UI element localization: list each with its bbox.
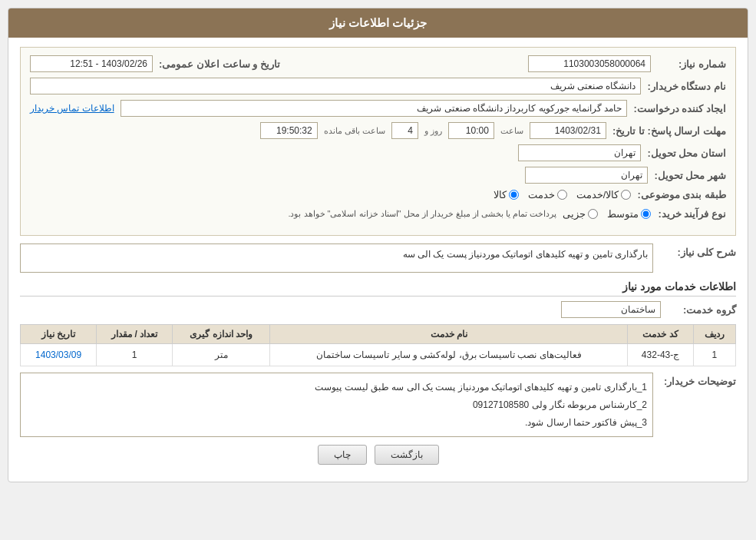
buyer-note-line: 3_پیش فاکتور حتما ارسال شود. (26, 414, 647, 432)
card-header: جزئیات اطلاعات نیاز (8, 8, 748, 38)
cell-row-num: 1 (693, 344, 735, 366)
creator-input[interactable] (120, 100, 628, 117)
province-label: استان محل تحویل: (647, 147, 726, 159)
row-reply-deadline: مهلت ارسال پاسخ: تا تاریخ: ساعت روز و سا… (30, 122, 726, 139)
city-input[interactable] (525, 167, 648, 184)
buyer-org-input[interactable] (30, 78, 641, 94)
buyer-notes-area: 1_بارگذاری تامین و تهیه کلیدهای اتوماتیک… (20, 373, 653, 437)
reply-deadline-label: مهلت ارسال پاسخ: تا تاریخ: (612, 125, 726, 137)
service-group-label: گروه خدمت: (667, 304, 736, 316)
radio-motavaset-input[interactable] (641, 209, 651, 219)
th-row-num: ردیف (693, 325, 735, 344)
row-purchase-type: نوع فرآیند خرید: متوسط جزیی پرداخت تمام … (30, 206, 726, 222)
reply-date-input[interactable] (530, 122, 606, 139)
print-button[interactable]: چاپ (318, 445, 367, 465)
btn-row: بازگشت چاپ (20, 445, 736, 472)
radio-jozi[interactable]: جزیی (563, 208, 598, 220)
cell-qty: 1 (97, 344, 173, 366)
th-unit: واحد اندازه گیری (173, 325, 270, 344)
top-info-section: شماره نیاز: تاریخ و ساعت اعلان عمومی: نا… (20, 47, 736, 236)
cell-date: 1403/03/09 (21, 344, 97, 366)
radio-motavaset[interactable]: متوسط (607, 208, 651, 220)
th-service-name: نام خدمت (270, 325, 628, 344)
services-table-container: ردیف کد خدمت نام خدمت واحد اندازه گیری ت… (20, 324, 736, 366)
category-radio-group: کالا/خدمت خدمت کالا (494, 189, 632, 200)
service-group-input[interactable] (561, 301, 661, 318)
radio-jozi-label: جزیی (563, 208, 586, 220)
th-qty: تعداد / مقدار (97, 325, 173, 344)
need-desc-label: شرح کلی نیاز: (659, 243, 736, 258)
radio-kala-input[interactable] (509, 190, 519, 200)
announce-input[interactable] (30, 55, 153, 72)
reply-days-input[interactable] (391, 122, 418, 139)
purchase-type-label: نوع فرآیند خرید: (657, 208, 726, 220)
row-province: استان محل تحویل: (30, 144, 726, 161)
cell-service: فعالیت‌های نصب تاسیسات برق، لوله‌کشی و س… (270, 344, 628, 366)
buyer-note-line: 2_کارشناس مربوطه نگار ولی 09127108580 (26, 396, 647, 414)
radio-kala-label: کالا (494, 189, 507, 200)
radio-kala-khedmat-label: کالا/خدمت (576, 189, 619, 200)
province-input[interactable] (518, 144, 641, 161)
announce-label: تاریخ و ساعت اعلان عمومی: (159, 58, 280, 70)
need-number-label: شماره نیاز: (657, 58, 726, 70)
row-city: شهر محل تحویل: (30, 167, 726, 184)
creator-label: ایجاد کننده درخواست: (633, 103, 726, 114)
row-category: طبقه بندی موضوعی: کالا/خدمت خدمت کالا (30, 189, 726, 200)
reply-time-input[interactable] (448, 122, 494, 139)
row-need-desc: شرح کلی نیاز: بارگذاری تامین و تهیه کلید… (20, 243, 736, 273)
page-container: جزئیات اطلاعات نیاز شماره نیاز: تاریخ و … (0, 0, 756, 540)
radio-kala-khedmat-input[interactable] (621, 190, 631, 200)
services-tbody: 1 ج-43-432 فعالیت‌های نصب تاسیسات برق، ل… (21, 344, 736, 366)
services-section-title: اطلاعات خدمات مورد نیاز (20, 280, 736, 297)
radio-kala-khedmat[interactable]: کالا/خدمت (576, 189, 632, 200)
radio-kala[interactable]: کالا (494, 189, 519, 200)
buyer-org-label: نام دستگاه خریدار: (647, 81, 726, 92)
page-title: جزئیات اطلاعات نیاز (329, 16, 427, 29)
th-date: تاریخ نیاز (21, 325, 97, 344)
need-desc-box: بارگذاری تامین و تهیه کلیدهای اتوماتیک م… (20, 243, 653, 273)
reply-time-label: ساعت (500, 126, 523, 136)
radio-khedmat[interactable]: خدمت (528, 189, 567, 200)
table-row: 1 ج-43-432 فعالیت‌های نصب تاسیسات برق، ل… (21, 344, 736, 366)
radio-motavaset-label: متوسط (607, 208, 639, 220)
cell-unit: متر (173, 344, 270, 366)
purchase-radio-group: متوسط جزیی (563, 208, 651, 220)
contact-link[interactable]: اطلاعات تماس خریدار (30, 103, 114, 114)
main-card: جزئیات اطلاعات نیاز شماره نیاز: تاریخ و … (8, 8, 748, 482)
row-buyer-notes: توضیحات خریدار: 1_بارگذاری تامین و تهیه … (20, 373, 736, 437)
th-service-code: کد خدمت (628, 325, 693, 344)
card-body: شماره نیاز: تاریخ و ساعت اعلان عمومی: نا… (8, 38, 748, 482)
buyer-notes-label: توضیحات خریدار: (659, 373, 736, 387)
remaining-time-input[interactable] (260, 122, 318, 139)
buyer-note-line: 1_بارگذاری تامین و تهیه کلیدهای اتوماتیک… (26, 379, 647, 396)
row-need-number: شماره نیاز: تاریخ و ساعت اعلان عمومی: (30, 55, 726, 72)
reply-day-label: روز و (424, 126, 442, 136)
row-creator: ایجاد کننده درخواست: اطلاعات تماس خریدار (30, 100, 726, 117)
row-service-group: گروه خدمت: (20, 301, 736, 318)
remaining-label: ساعت باقی مانده (324, 126, 385, 136)
category-label: طبقه بندی موضوعی: (637, 189, 726, 200)
row-buyer-org: نام دستگاه خریدار: (30, 78, 726, 94)
need-number-input[interactable] (528, 55, 651, 72)
services-table: ردیف کد خدمت نام خدمت واحد اندازه گیری ت… (20, 324, 736, 366)
radio-jozi-input[interactable] (588, 209, 598, 219)
pay-note: پرداخت تمام یا بخشی از مبلغ خریدار از مح… (30, 206, 556, 222)
radio-khedmat-label: خدمت (528, 189, 555, 200)
radio-khedmat-input[interactable] (557, 190, 567, 200)
need-desc-value: بارگذاری تامین و تهیه کلیدهای اتوماتیک م… (403, 249, 648, 260)
city-label: شهر محل تحویل: (654, 170, 726, 181)
table-header-row: ردیف کد خدمت نام خدمت واحد اندازه گیری ت… (21, 325, 736, 344)
cell-code: ج-43-432 (628, 344, 693, 366)
back-button[interactable]: بازگشت (375, 445, 439, 465)
buyer-notes-box: 1_بارگذاری تامین و تهیه کلیدهای اتوماتیک… (20, 373, 653, 437)
